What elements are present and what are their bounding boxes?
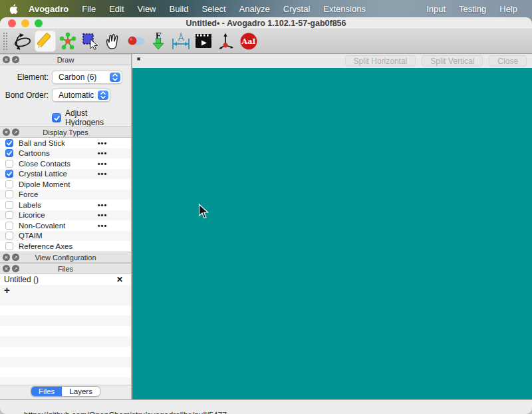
display-type-label: Non-Covalent	[19, 222, 94, 230]
options-ellipsis-button[interactable]: •••	[94, 171, 111, 176]
label-icon: AaI	[239, 32, 258, 51]
navigate-tool-button[interactable]	[12, 31, 33, 52]
display-type-row[interactable]: QTAIM •••	[0, 231, 131, 242]
files-close-icon[interactable]: ✕	[3, 265, 10, 272]
display-type-label: Labels	[19, 201, 94, 209]
molecule-viewport[interactable]	[132, 68, 532, 399]
animation-tool-button[interactable]	[193, 31, 214, 52]
menu-testing[interactable]: Testing	[452, 4, 493, 14]
align-tool-button[interactable]	[215, 31, 237, 52]
bond-tool-button[interactable]	[125, 31, 146, 52]
axes-icon	[217, 32, 235, 51]
display-type-label: Force	[19, 190, 94, 198]
display-type-checkbox[interactable]	[5, 222, 13, 230]
element-dropdown[interactable]: Carbon (6)	[52, 71, 122, 84]
display-type-checkbox[interactable]	[5, 211, 13, 219]
display-type-row[interactable]: Licorice •••	[0, 210, 131, 221]
display-type-row[interactable]: Non-Covalent •••	[0, 220, 131, 231]
options-ellipsis-button[interactable]: •••	[94, 150, 111, 156]
display-type-label: Reference Axes	[19, 242, 94, 250]
macos-menubar: Avogadro File Edit View Build Select Ana…	[0, 0, 532, 17]
menu-build[interactable]: Build	[163, 4, 196, 14]
close-view-button[interactable]: Close	[489, 55, 527, 67]
menu-input[interactable]: Input	[420, 4, 452, 14]
display-type-row[interactable]: Labels •••	[0, 200, 131, 210]
display-type-row[interactable]: Dipole Moment •••	[0, 179, 131, 190]
display-type-checkbox[interactable]	[5, 180, 13, 188]
display-type-checkbox[interactable]	[5, 190, 13, 198]
minimize-window-button[interactable]	[21, 19, 29, 27]
menu-view[interactable]: View	[131, 4, 163, 14]
display-type-label: QTAIM	[19, 232, 94, 240]
add-file-button[interactable]: +	[0, 285, 131, 295]
dropdown-stepper-icon	[98, 91, 108, 100]
menu-avogadro[interactable]: Avogadro	[22, 4, 75, 14]
display-type-row[interactable]: Force •••	[0, 190, 131, 200]
options-ellipsis-button[interactable]: •••	[94, 140, 111, 146]
draw-panel-header: Draw ✕ ↗	[0, 54, 131, 65]
display-type-checkbox[interactable]	[5, 232, 13, 240]
draw-close-icon[interactable]: ✕	[3, 56, 10, 63]
tab-layers[interactable]: Layers	[62, 387, 100, 396]
measure-tool-button[interactable]: Å	[170, 31, 192, 52]
display-type-row[interactable]: Cartoons •••	[0, 148, 131, 159]
display-types-close-icon[interactable]: ✕	[3, 128, 10, 136]
dock-tab-zone: Files Layers	[0, 385, 131, 397]
display-types-float-icon[interactable]: ↗	[12, 128, 19, 136]
menu-extensions[interactable]: Extensions	[317, 4, 372, 14]
empty-file-row	[0, 367, 131, 378]
display-type-checkbox[interactable]	[5, 170, 13, 178]
bond-order-dropdown[interactable]: Automatic	[52, 89, 110, 102]
template-tool-button[interactable]: E	[148, 31, 169, 52]
display-type-row[interactable]: Close Contacts •••	[0, 158, 131, 169]
split-vertical-button[interactable]: Split Vertical	[422, 55, 483, 67]
options-ellipsis-button[interactable]: •••	[94, 161, 111, 166]
hand-icon	[104, 32, 122, 51]
adjust-hydrogens-checkbox[interactable]	[52, 113, 61, 122]
close-window-button[interactable]	[8, 19, 16, 27]
selection-tool-button[interactable]	[80, 31, 101, 52]
label-tool-button[interactable]: AaI	[238, 31, 259, 52]
files-list: Untitled () ✕ +	[0, 274, 131, 385]
empty-file-row	[0, 306, 131, 316]
menu-select[interactable]: Select	[195, 4, 232, 14]
apple-menu-icon[interactable]	[9, 4, 18, 14]
display-type-row[interactable]: Crystal Lattice •••	[0, 169, 131, 180]
empty-file-row	[0, 295, 131, 306]
file-close-icon[interactable]: ✕	[116, 275, 123, 284]
display-type-checkbox[interactable]	[5, 139, 13, 147]
split-horizontal-button[interactable]: Split Horizontal	[345, 55, 416, 67]
options-ellipsis-button[interactable]: •••	[94, 202, 111, 208]
draw-float-icon[interactable]: ↗	[12, 56, 19, 63]
menu-crystal[interactable]: Crystal	[277, 4, 317, 14]
empty-file-row	[0, 326, 131, 337]
display-type-checkbox[interactable]	[5, 201, 13, 209]
display-type-row[interactable]: Reference Axes •••	[0, 241, 131, 252]
menu-analyze[interactable]: Analyze	[233, 4, 277, 14]
menu-edit[interactable]: Edit	[102, 4, 130, 14]
manipulate-tool-button[interactable]	[102, 31, 124, 52]
window-titlebar[interactable]: Untitled• - Avogadro 1.102.1-57-gab0f856	[0, 17, 532, 29]
menu-file[interactable]: File	[75, 4, 102, 14]
display-type-checkbox[interactable]	[5, 160, 13, 168]
zoom-window-button[interactable]	[35, 19, 43, 27]
view-configuration-close-icon[interactable]: ✕	[3, 254, 10, 261]
tab-files[interactable]: Files	[31, 387, 62, 396]
options-ellipsis-button[interactable]: •••	[94, 223, 111, 228]
display-type-row[interactable]: Ball and Stick •••	[0, 138, 131, 148]
files-float-icon[interactable]: ↗	[12, 265, 19, 272]
view-configuration-float-icon[interactable]: ↗	[12, 254, 19, 261]
display-type-checkbox[interactable]	[5, 149, 13, 157]
menu-help[interactable]: Help	[493, 4, 524, 14]
draw-tool-button[interactable]	[35, 31, 56, 52]
display-type-checkbox[interactable]	[5, 242, 13, 250]
dock-tabs: Files Layers	[31, 386, 100, 397]
display-type-label: Dipole Moment	[19, 180, 94, 188]
toolbar-drag-handle[interactable]	[3, 33, 7, 50]
options-ellipsis-button[interactable]: •••	[94, 212, 111, 218]
file-row-untitled[interactable]: Untitled () ✕	[0, 274, 131, 285]
empty-file-row	[0, 357, 131, 367]
selection-icon	[81, 32, 100, 51]
bond-centric-tool-button[interactable]	[57, 31, 78, 52]
display-type-label: Cartoons	[19, 149, 94, 157]
